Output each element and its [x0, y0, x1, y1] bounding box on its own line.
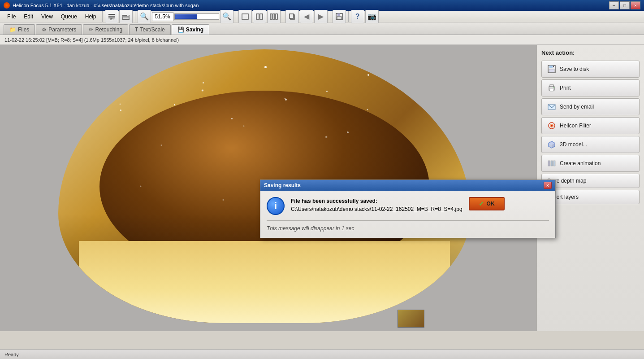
- svg-rect-14: [270, 14, 272, 19]
- tab-retouching[interactable]: ✏ Retouching: [83, 24, 128, 35]
- send-email-label: Send by email: [560, 104, 594, 110]
- app-icon: [4, 2, 10, 9]
- svg-rect-20: [337, 13, 340, 16]
- export-layers-button[interactable]: Export layers: [541, 190, 640, 204]
- svg-point-29: [553, 87, 554, 88]
- svg-rect-21: [337, 17, 341, 19]
- svg-rect-12: [256, 14, 259, 19]
- forward-btn[interactable]: ▶: [314, 10, 328, 23]
- dialog-text: File has been successfully saved: C:\Use…: [291, 197, 462, 213]
- 3d-model-button[interactable]: 3D model...: [541, 136, 640, 153]
- print-label: Print: [560, 85, 571, 91]
- sugar-dot: [367, 74, 369, 76]
- print-button[interactable]: Print: [541, 79, 640, 96]
- retouch-tab-icon: ✏: [89, 26, 93, 33]
- create-animation-button[interactable]: Create animation: [541, 155, 640, 172]
- toolbar-stack-btn[interactable]: 123: [105, 10, 118, 23]
- menu-queue[interactable]: Queue: [57, 12, 81, 21]
- view-single-btn[interactable]: [238, 10, 252, 23]
- tab-parameters-label: Parameters: [48, 26, 76, 33]
- svg-rect-6: [122, 19, 130, 20]
- minimize-button[interactable]: −: [609, 1, 619, 9]
- save-to-disk-button[interactable]: Save to disk: [541, 61, 640, 78]
- menu-edit[interactable]: Edit: [20, 12, 37, 21]
- create-animation-label: Create animation: [560, 160, 601, 166]
- separator-5: [330, 11, 330, 22]
- menu-help[interactable]: Help: [82, 12, 100, 21]
- info-bar: 11-02-22 16:25:02 [M=B; R=8; S=4] (1.6Mp…: [0, 35, 644, 45]
- svg-rect-11: [242, 14, 248, 19]
- save-depth-map-button[interactable]: Save depth map: [541, 174, 640, 188]
- svg-rect-38: [548, 161, 550, 166]
- tab-textscale-label: Text/Scale: [140, 26, 164, 33]
- separator-3: [236, 11, 236, 22]
- svg-rect-13: [260, 14, 263, 19]
- tab-textscale[interactable]: T Text/Scale: [129, 24, 171, 35]
- dialog-close-button[interactable]: ×: [544, 182, 552, 189]
- disappear-message: This message will disappear in 1 sec: [267, 225, 354, 232]
- print-icon: [547, 83, 556, 92]
- svg-text:123: 123: [109, 18, 113, 21]
- thumbnail-image: [398, 310, 424, 327]
- window-title: Helicon Focus 5.1 X64 - dan kozub - c:\u…: [13, 3, 199, 8]
- maximize-button[interactable]: □: [620, 1, 630, 9]
- help-btn[interactable]: ?: [351, 10, 364, 23]
- separator-1: [102, 11, 103, 22]
- separator-2: [135, 11, 135, 22]
- dialog-message-area: i File has been successfully saved: C:\U…: [267, 197, 549, 215]
- animation-icon: [547, 159, 556, 168]
- send-email-button[interactable]: Send by email: [541, 98, 640, 115]
- save-btn[interactable]: [333, 10, 346, 23]
- dialog-message-path: C:\Users\natakozub\demo stacks\11-02-22_…: [291, 205, 462, 213]
- separator-6: [348, 11, 349, 22]
- zoom-in-btn[interactable]: 🔍: [220, 10, 233, 23]
- save-disk-icon: [547, 65, 556, 74]
- title-bar-controls[interactable]: − □ ×: [609, 1, 640, 9]
- save-to-disk-label: Save to disk: [560, 66, 589, 72]
- status-text: Ready: [4, 352, 19, 357]
- dialog-body: i File has been successfully saved: C:\U…: [260, 191, 555, 238]
- next-action-header: Next action:: [541, 49, 640, 56]
- tab-files[interactable]: 📁 Files: [4, 24, 35, 35]
- ok-button[interactable]: ✓ OK: [469, 197, 505, 210]
- sugar-dot: [141, 71, 143, 73]
- back-btn[interactable]: ◀: [300, 10, 313, 23]
- tab-retouching-label: Retouching: [95, 26, 122, 33]
- zoom-bar-container[interactable]: [174, 13, 219, 20]
- zoom-bar: [175, 14, 197, 19]
- tab-saving[interactable]: 💾 Saving: [172, 24, 209, 35]
- copy-btn[interactable]: [285, 10, 299, 23]
- camera-btn[interactable]: 📷: [365, 10, 379, 23]
- bun-bottom: [79, 241, 450, 324]
- view-double-btn[interactable]: [253, 10, 266, 23]
- thumbnail-preview: [398, 310, 424, 328]
- svg-rect-24: [549, 69, 554, 72]
- text-tab-icon: T: [135, 26, 138, 33]
- separator-4: [283, 11, 283, 22]
- dialog-separator: [267, 220, 549, 221]
- svg-rect-40: [553, 161, 555, 166]
- close-button[interactable]: ×: [631, 1, 640, 9]
- info-icon: i: [267, 197, 285, 215]
- tab-files-label: Files: [18, 26, 29, 33]
- zoom-out-btn[interactable]: 🔍: [138, 10, 151, 23]
- ok-checkmark: ✓: [479, 200, 484, 207]
- tab-saving-label: Saving: [186, 26, 203, 33]
- files-tab-icon: 📁: [9, 26, 16, 33]
- tab-parameters[interactable]: ⚙ Parameters: [36, 24, 82, 35]
- helicon-filter-button[interactable]: Helicon Filter: [541, 117, 640, 134]
- svg-rect-9: [122, 17, 130, 18]
- tabs: 📁 Files ⚙ Parameters ✏ Retouching T Text…: [0, 22, 644, 35]
- menu-file[interactable]: File: [4, 12, 19, 21]
- params-tab-icon: ⚙: [42, 26, 47, 33]
- view-triple-btn[interactable]: [267, 10, 281, 23]
- status-bar: Ready: [0, 349, 644, 359]
- menu-view[interactable]: View: [38, 12, 56, 21]
- saving-tab-icon: 💾: [177, 26, 184, 33]
- toolbar-open-btn[interactable]: [119, 10, 133, 23]
- 3d-model-icon: [547, 140, 556, 149]
- svg-rect-0: [108, 14, 115, 15]
- svg-rect-15: [273, 14, 275, 19]
- svg-rect-23: [549, 66, 553, 68]
- 3d-model-label: 3D model...: [560, 141, 587, 148]
